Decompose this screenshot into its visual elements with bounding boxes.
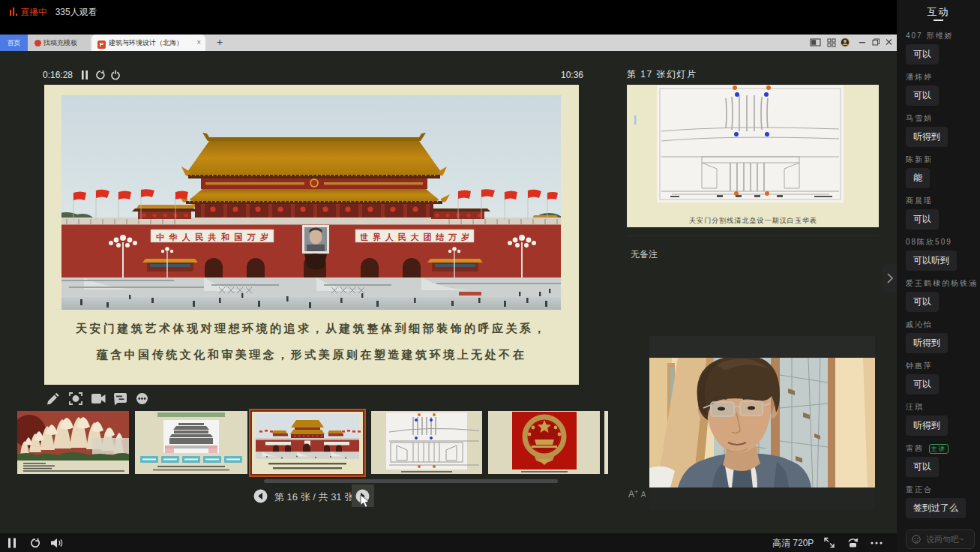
svg-text:中华人民共和国万岁: 中华人民共和国万岁 bbox=[156, 232, 268, 242]
svg-text:天安门分割线清北垒设一期汉白玉华表: 天安门分割线清北垒设一期汉白玉华表 bbox=[689, 217, 817, 224]
svg-text:世界人民大团结万岁: 世界人民大团结万岁 bbox=[360, 232, 469, 242]
